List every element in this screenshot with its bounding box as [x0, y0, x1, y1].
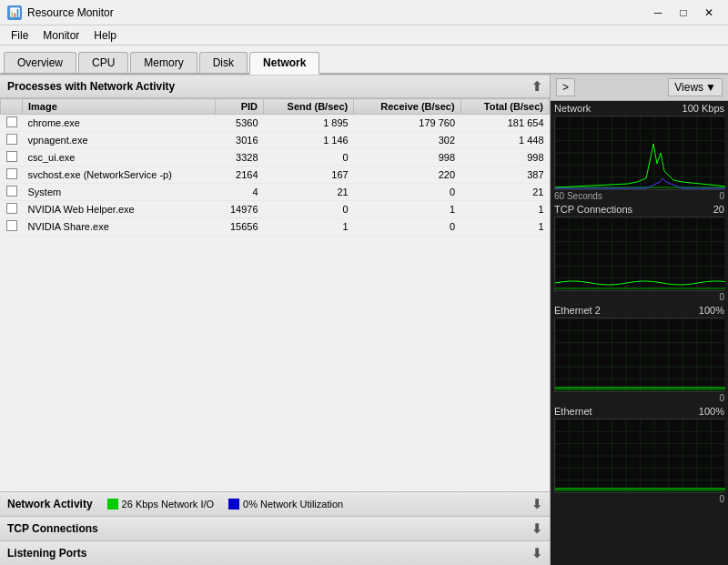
menu-file[interactable]: File — [4, 27, 35, 44]
row-checkbox[interactable] — [6, 134, 17, 145]
row-pid: 4 — [216, 184, 264, 201]
chart-title-0: Network — [554, 103, 591, 114]
network-activity-title: Network Activity — [7, 498, 93, 510]
minimize-button[interactable]: ─ — [646, 4, 670, 22]
network-activity-content: Network Activity 26 Kbps Network I/O 0% … — [7, 498, 343, 510]
row-receive: 0 — [354, 184, 460, 201]
col-total[interactable]: Total (B/sec) — [460, 99, 549, 115]
row-total: 1 — [460, 218, 549, 236]
process-table-container: Image PID Send (B/sec) Receive (B/sec) T… — [0, 98, 550, 491]
chart-title-1: TCP Connections — [554, 204, 632, 215]
tab-overview[interactable]: Overview — [4, 52, 76, 73]
row-send: 0 — [264, 149, 354, 166]
row-checkbox[interactable] — [6, 220, 17, 231]
chart-canvas-1 — [555, 217, 725, 290]
table-row[interactable]: System 4 21 0 21 — [1, 184, 550, 201]
col-pid[interactable]: PID — [216, 99, 264, 115]
network-activity-collapse-button[interactable]: ⬇ — [531, 497, 542, 511]
row-receive: 0 — [354, 218, 460, 236]
green-icon — [107, 499, 118, 510]
network-activity-section: Network Activity 26 Kbps Network I/O 0% … — [0, 491, 550, 516]
listening-ports-section: Listening Ports ⬇ — [0, 540, 550, 565]
tab-network[interactable]: Network — [249, 52, 319, 75]
chart-canvas-3 — [555, 419, 725, 492]
row-image: NVIDIA Share.exe — [23, 218, 216, 236]
chart-max-label-2: 100% — [699, 305, 724, 316]
table-row[interactable]: NVIDIA Share.exe 15656 1 0 1 — [1, 218, 550, 236]
close-button[interactable]: ✕ — [697, 4, 721, 22]
processes-section-title: Processes with Network Activity — [7, 80, 175, 93]
network-stat-util-label: 0% Network Utilization — [243, 499, 343, 510]
network-activity-header[interactable]: Network Activity 26 Kbps Network I/O 0% … — [0, 492, 550, 516]
network-stat-io: 26 Kbps Network I/O — [107, 499, 215, 510]
listening-ports-title: Listening Ports — [7, 547, 86, 560]
col-check[interactable] — [1, 99, 23, 115]
views-button[interactable]: Views ▼ — [668, 78, 723, 96]
col-receive[interactable]: Receive (B/sec) — [354, 99, 460, 115]
chart-label-row-0: Network 100 Kbps — [551, 101, 728, 116]
menu-monitor[interactable]: Monitor — [35, 27, 86, 44]
row-checkbox[interactable] — [6, 151, 17, 162]
app-title: Resource Monitor — [27, 6, 114, 19]
row-send: 0 — [264, 201, 354, 218]
col-send[interactable]: Send (B/sec) — [264, 99, 354, 115]
chart-bottom-right-3: 0 — [719, 494, 724, 504]
chart-label-row-3: Ethernet 100% — [551, 404, 728, 419]
row-checkbox[interactable] — [6, 186, 17, 197]
row-checkbox[interactable] — [6, 168, 17, 179]
row-checkbox[interactable] — [6, 203, 17, 214]
right-panel-header: > Views ▼ — [551, 75, 728, 101]
chart-label-row-1: TCP Connections 20 — [551, 202, 728, 217]
chart-max-label-0: 100 Kbps — [682, 103, 724, 114]
row-pid: 3016 — [216, 132, 264, 149]
menu-help[interactable]: Help — [86, 27, 124, 44]
processes-section-header: Processes with Network Activity ⬆ — [0, 75, 550, 98]
tab-disk[interactable]: Disk — [199, 52, 248, 73]
row-receive: 998 — [354, 149, 460, 166]
row-total: 181 654 — [460, 115, 549, 132]
chart-section-3: Ethernet 100% 0 — [551, 404, 728, 505]
chart-label-row-2: Ethernet 2 100% — [551, 303, 728, 318]
row-receive: 302 — [354, 132, 460, 149]
row-pid: 3328 — [216, 149, 264, 166]
row-send: 1 — [264, 218, 354, 236]
title-bar-left: 📊 Resource Monitor — [7, 5, 114, 20]
row-image: svchost.exe (NetworkService -p) — [23, 166, 216, 184]
tab-cpu[interactable]: CPU — [78, 52, 128, 73]
bottom-sections: Network Activity 26 Kbps Network I/O 0% … — [0, 491, 550, 565]
main-layout: Processes with Network Activity ⬆ Image … — [0, 75, 728, 565]
chart-max-label-3: 100% — [699, 406, 724, 417]
maximize-button[interactable]: □ — [672, 4, 695, 22]
table-row[interactable]: NVIDIA Web Helper.exe 14976 0 1 1 — [1, 201, 550, 218]
tab-memory[interactable]: Memory — [130, 52, 197, 73]
process-table: Image PID Send (B/sec) Receive (B/sec) T… — [0, 98, 550, 236]
chart-title-3: Ethernet — [554, 406, 592, 417]
row-receive: 220 — [354, 166, 460, 184]
tcp-connections-title: TCP Connections — [7, 522, 98, 535]
tcp-connections-collapse-button[interactable]: ⬇ — [531, 521, 542, 536]
tcp-connections-header[interactable]: TCP Connections ⬇ — [0, 517, 550, 540]
processes-collapse-button[interactable]: ⬆ — [531, 79, 542, 94]
table-row[interactable]: vpnagent.exe 3016 1 146 302 1 448 — [1, 132, 550, 149]
expand-button[interactable]: > — [556, 78, 575, 96]
listening-ports-collapse-button[interactable]: ⬇ — [531, 546, 542, 560]
chart-container-1 — [554, 217, 724, 291]
row-total: 387 — [460, 166, 549, 184]
table-row[interactable]: chrome.exe 5360 1 895 179 760 181 654 — [1, 115, 550, 132]
chart-max-label-1: 20 — [713, 204, 724, 215]
row-image: vpnagent.exe — [23, 132, 216, 149]
row-pid: 15656 — [216, 218, 264, 236]
table-row[interactable]: csc_ui.exe 3328 0 998 998 — [1, 149, 550, 166]
row-total: 1 — [460, 201, 549, 218]
chart-bottom-row-2: 0 — [551, 392, 728, 404]
chart-section-1: TCP Connections 20 0 — [551, 202, 728, 303]
row-checkbox[interactable] — [6, 116, 17, 127]
blue-icon — [228, 499, 239, 510]
chart-section-0: Network 100 Kbps 60 Seconds 0 — [551, 101, 728, 202]
col-image[interactable]: Image — [23, 99, 216, 115]
row-image: NVIDIA Web Helper.exe — [23, 201, 216, 218]
listening-ports-header[interactable]: Listening Ports ⬇ — [0, 541, 550, 565]
row-send: 21 — [264, 184, 354, 201]
table-row[interactable]: svchost.exe (NetworkService -p) 2164 167… — [1, 166, 550, 184]
tab-bar: Overview CPU Memory Disk Network — [0, 45, 728, 75]
